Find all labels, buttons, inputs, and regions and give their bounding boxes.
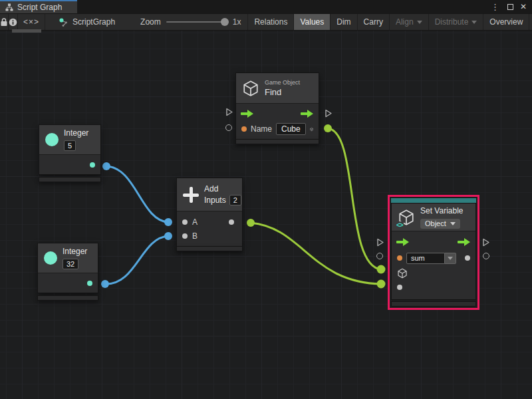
- node-address-bar: [39, 177, 101, 182]
- graph-toolbar: <×> ScriptGraph Zoom 1x Relations Values…: [0, 13, 532, 31]
- zoom-value: 1x: [233, 17, 241, 27]
- variable-name-row: sum: [392, 249, 475, 267]
- flow-output-port[interactable]: [301, 110, 314, 118]
- integer-output-port[interactable]: [90, 162, 95, 168]
- variable-name-dropdown-button[interactable]: [445, 253, 456, 264]
- lock-icon: [0, 17, 8, 27]
- game-object-cube-icon: [242, 80, 259, 97]
- node-header[interactable]: <> Set Variable Object: [392, 203, 475, 231]
- integer-value-field[interactable]: 5: [64, 140, 76, 151]
- inputs-count-field[interactable]: 2: [229, 195, 241, 205]
- node-title: Add: [204, 184, 241, 194]
- relations-button[interactable]: Relations: [247, 14, 293, 30]
- port-label: A: [192, 217, 198, 227]
- align-button[interactable]: Align: [389, 14, 428, 30]
- node-find[interactable]: Game Object Find Name Cube: [235, 72, 319, 140]
- input-port-a[interactable]: [182, 219, 188, 225]
- integer-value-field[interactable]: 32: [63, 259, 78, 269]
- dim-button[interactable]: Dim: [330, 14, 356, 30]
- window-controls: ⋮ ✕: [489, 0, 532, 13]
- external-flow-port[interactable]: [225, 108, 233, 116]
- script-graph-window: Script Graph ⋮ ✕ <×>: [0, 0, 532, 399]
- integer-type-icon: [44, 251, 57, 265]
- overview-button[interactable]: Overview: [483, 14, 529, 30]
- toolbar-toggles: Relations Values Dim Carry Align Distrib…: [247, 14, 532, 30]
- name-port-row: Name Cube: [236, 121, 319, 137]
- code-icon: <×>: [23, 17, 39, 27]
- port-row: [38, 273, 98, 293]
- maximize-icon[interactable]: [507, 4, 513, 10]
- values-button[interactable]: Values: [293, 14, 330, 30]
- graph-name: ScriptGraph: [72, 17, 115, 27]
- value-port-row: [392, 280, 475, 295]
- script-graph-icon: [59, 17, 68, 27]
- integer-output-port[interactable]: [87, 281, 92, 286]
- dropdown-arrow-icon: [417, 21, 422, 24]
- graph-hierarchy-icon: [5, 3, 13, 11]
- tab-title: Script Graph: [17, 3, 62, 12]
- name-label: Name: [251, 124, 272, 134]
- external-flow-port[interactable]: [482, 238, 490, 247]
- node-header[interactable]: Integer 5: [39, 125, 100, 155]
- node-address-bar: [235, 139, 319, 144]
- node-integer-a[interactable]: Integer 5: [39, 124, 101, 175]
- zoom-slider-handle[interactable]: [221, 18, 229, 26]
- name-input-port[interactable]: [241, 126, 247, 132]
- node-add[interactable]: Add Inputs 2 A B: [176, 178, 243, 247]
- dropdown-arrow-icon: [471, 21, 477, 24]
- node-set-variable-selection[interactable]: <> Set Variable Object sum: [388, 195, 479, 310]
- variable-name-field[interactable]: sum: [406, 253, 445, 264]
- tab-script-graph[interactable]: Script Graph: [0, 0, 77, 13]
- node-address-bar: [391, 301, 476, 307]
- external-flow-port[interactable]: [376, 238, 384, 247]
- sum-output-port[interactable]: [229, 219, 234, 225]
- node-header[interactable]: Integer 32: [38, 243, 98, 273]
- zoom-control: Zoom 1x: [134, 14, 247, 30]
- name-value-field[interactable]: Cube: [276, 123, 306, 135]
- port-row-b: B: [177, 229, 242, 243]
- flow-port-row: [236, 106, 319, 121]
- graph-breadcrumb[interactable]: ScriptGraph: [52, 14, 122, 30]
- carry-button[interactable]: Carry: [357, 14, 389, 30]
- flow-input-port[interactable]: [241, 110, 254, 118]
- zoom-label: Zoom: [140, 17, 161, 27]
- distribute-button[interactable]: Distribute: [428, 14, 483, 30]
- node-header[interactable]: Add Inputs 2: [177, 178, 242, 211]
- zoom-slider[interactable]: [166, 21, 227, 23]
- lock-button[interactable]: [0, 14, 9, 30]
- value-input-port[interactable]: [397, 285, 402, 290]
- code-view-button[interactable]: <×>: [18, 14, 45, 30]
- node-address-bar: [176, 246, 243, 251]
- node-set-variable[interactable]: <> Set Variable Object sum: [391, 203, 476, 300]
- external-value-port[interactable]: [225, 124, 232, 131]
- flow-input-port[interactable]: [396, 238, 410, 246]
- node-header[interactable]: Game Object Find: [236, 73, 319, 104]
- external-value-port[interactable]: [376, 253, 383, 259]
- node-title: Find: [265, 87, 300, 97]
- variable-scope-dropdown[interactable]: Object: [420, 219, 460, 229]
- node-title: Integer: [63, 247, 87, 256]
- name-input-port[interactable]: [397, 255, 402, 261]
- node-integer-b[interactable]: Integer 32: [37, 243, 98, 293]
- port-label: B: [192, 231, 198, 241]
- inputs-label: Inputs: [204, 196, 226, 205]
- node-title: Integer: [64, 128, 88, 138]
- close-icon[interactable]: ✕: [520, 3, 527, 11]
- integer-type-icon: [45, 133, 59, 146]
- external-value-port[interactable]: [483, 253, 489, 259]
- flow-output-port[interactable]: [458, 238, 471, 246]
- input-port-b[interactable]: [182, 233, 188, 239]
- dropdown-arrow-icon: [448, 257, 453, 260]
- port-row-a: A: [177, 215, 242, 229]
- inspect-button[interactable]: [9, 14, 18, 30]
- node-title: Set Variable: [420, 206, 463, 215]
- external-flow-port[interactable]: [325, 109, 332, 118]
- value-output-port[interactable]: [465, 255, 470, 261]
- game-object-input-port[interactable]: [397, 268, 408, 279]
- graph-scrollbar-horizontal[interactable]: [12, 29, 41, 33]
- dropdown-arrow-icon: [450, 222, 456, 225]
- full-screen-button[interactable]: Full Screen: [529, 14, 532, 30]
- variable-code-icon: <>: [396, 221, 404, 229]
- game-object-output-port[interactable]: [310, 124, 313, 135]
- window-menu-icon[interactable]: ⋮: [489, 3, 501, 11]
